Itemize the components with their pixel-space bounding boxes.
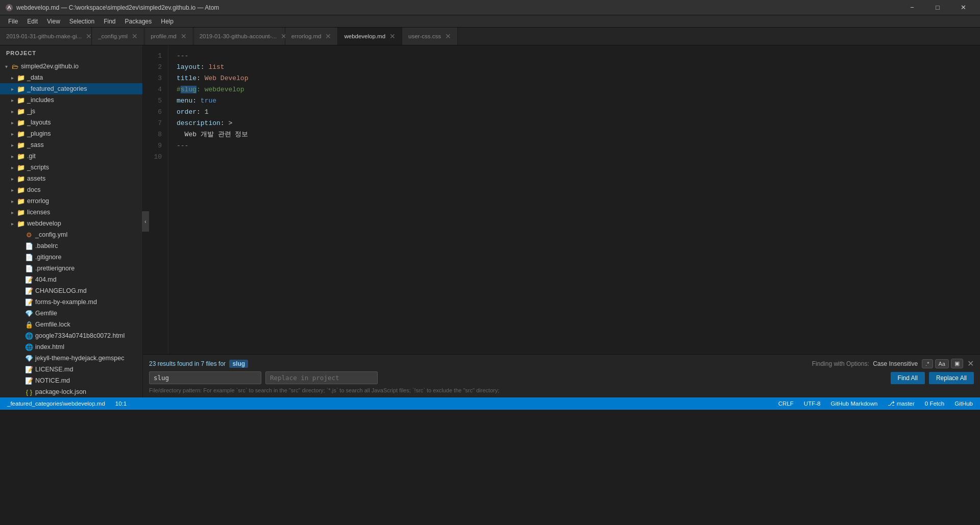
expand-scripts-icon: ▸ <box>8 165 16 170</box>
tab-close-1[interactable]: ✕ <box>132 33 138 40</box>
find-regex-button[interactable]: .* <box>922 359 933 368</box>
sidebar-item-featured[interactable]: ▸ 📁 _featured_categories <box>0 83 142 94</box>
sidebar-item-webdevelop[interactable]: ▸ 📁 webdevelop <box>0 218 142 229</box>
replace-input[interactable] <box>265 371 378 384</box>
find-all-button[interactable]: Find All <box>891 372 925 384</box>
expand-data-icon: ▸ <box>8 75 16 81</box>
title-text: webdevelop.md — C:\workspace\simpled2ev\… <box>16 4 219 11</box>
menu-help[interactable]: Help <box>157 17 178 26</box>
status-encoding[interactable]: CRLF <box>776 401 796 407</box>
tab-0[interactable]: 2019-01-31-github-make-gi... ✕ <box>0 28 92 45</box>
sidebar-item-jekyll-gemspec[interactable]: ▸ 💎 jekyll-theme-hydejack.gemspec <box>0 353 142 364</box>
status-git-branch[interactable]: ⎇ master <box>886 400 916 407</box>
status-position[interactable]: 10:1 <box>113 401 129 407</box>
sidebar-item-licenses[interactable]: ▸ 📁 licenses <box>0 207 142 218</box>
sidebar-tree[interactable]: ▾ 🗁 simpled2ev.github.io ▸ 📁 _data ▸ 📁 _… <box>0 61 142 397</box>
sidebar-item-data[interactable]: ▸ 📁 _data <box>0 72 142 83</box>
expand-docs-icon: ▸ <box>8 187 16 193</box>
sidebar: Project ▾ 🗁 simpled2ev.github.io ▸ 📁 _da… <box>0 45 143 397</box>
sidebar-item-sass[interactable]: ▸ 📁 _sass <box>0 139 142 151</box>
file-icon-babelrc: 📄 <box>24 242 34 250</box>
sidebar-item-license[interactable]: ▸ 📝 LICENSE.md <box>0 364 142 375</box>
sidebar-label-layouts: _layouts <box>27 119 51 126</box>
sidebar-item-notice[interactable]: ▸ 📝 NOTICE.md <box>0 375 142 386</box>
tab-close-2[interactable]: ✕ <box>181 33 187 40</box>
tab-close-4[interactable]: ✕ <box>325 33 331 40</box>
line-num-1: 1 <box>143 51 162 62</box>
menu-selection[interactable]: Selection <box>65 17 99 26</box>
code-content[interactable]: --- layout: list title: Web Develop #slu… <box>168 45 980 354</box>
sidebar-item-gitignore[interactable]: ▸ 📄 .gitignore <box>0 252 142 263</box>
sidebar-label-babelrc: .babelrc <box>35 242 58 249</box>
maximize-button[interactable]: □ <box>926 0 949 15</box>
menu-packages[interactable]: Packages <box>121 17 156 26</box>
sidebar-item-plugins[interactable]: ▸ 📁 _plugins <box>0 128 142 139</box>
sidebar-item-assets[interactable]: ▸ 📁 assets <box>0 173 142 184</box>
tab-close-0[interactable]: ✕ <box>86 33 92 40</box>
close-button[interactable]: ✕ <box>951 0 975 15</box>
find-options-label: Finding with Options: Case Insensitive <box>812 360 918 367</box>
tab-5[interactable]: webdevelop.md ✕ <box>338 28 402 45</box>
sidebar-item-forms[interactable]: ▸ 📝 forms-by-example.md <box>0 296 142 308</box>
sidebar-item-git[interactable]: ▸ 📁 .git <box>0 151 142 162</box>
code-line-5: menu: true <box>177 95 980 107</box>
status-fetch[interactable]: 0 Fetch <box>923 401 946 407</box>
expand-errorlog-icon: ▸ <box>8 198 16 204</box>
sidebar-item-babelrc[interactable]: ▸ 📄 .babelrc <box>0 240 142 252</box>
status-github[interactable]: GitHub <box>952 401 975 407</box>
expand-assets-icon: ▸ <box>8 176 16 182</box>
sidebar-root-item[interactable]: ▾ 🗁 simpled2ev.github.io <box>0 61 142 72</box>
editor-container: 1 2 3 4 5 6 7 8 9 10 --- layout: list ti… <box>143 45 980 354</box>
sidebar-item-docs[interactable]: ▸ 📁 docs <box>0 184 142 195</box>
tab-1[interactable]: _config.yml ✕ <box>92 28 144 45</box>
sidebar-item-prettierignore[interactable]: ▸ 📄 .prettierignore <box>0 263 142 274</box>
expand-layouts-icon: ▸ <box>8 120 16 126</box>
replace-all-button[interactable]: Replace All <box>929 372 974 384</box>
menu-find[interactable]: Find <box>100 17 119 26</box>
tab-close-6[interactable]: ✕ <box>445 33 451 40</box>
find-hint: File/directory pattern: For example `src… <box>149 387 974 393</box>
tab-4[interactable]: errorlog.md ✕ <box>285 28 338 45</box>
sidebar-item-index[interactable]: ▸ 🌐 index.html <box>0 341 142 353</box>
yml-icon-config: ⚙ <box>24 231 34 239</box>
html-icon-google: 🌐 <box>24 332 34 340</box>
sidebar-item-config-yml[interactable]: ▸ ⚙ _config.yml <box>0 229 142 240</box>
status-breadcrumb[interactable]: _featured_categories\webdevelop.md <box>5 401 107 407</box>
find-word-button[interactable]: ▣ <box>951 359 963 368</box>
file-icon-prettierignore: 📄 <box>24 265 34 272</box>
sidebar-item-layouts[interactable]: ▸ 📁 _layouts <box>0 117 142 128</box>
line-num-5: 5 <box>143 95 162 107</box>
sidebar-item-google[interactable]: ▸ 🌐 google7334a0741b8c0072.html <box>0 330 142 341</box>
tab-6[interactable]: user-css.css ✕ <box>402 28 458 45</box>
tab-3[interactable]: 2019-01-30-github-account-... ✕ <box>193 28 285 45</box>
sidebar-label-notice: NOTICE.md <box>35 377 70 384</box>
sidebar-item-gemfilelock[interactable]: ▸ 🔒 Gemfile.lock <box>0 319 142 330</box>
status-grammar[interactable]: GitHub Markdown <box>828 401 879 407</box>
sidebar-item-scripts[interactable]: ▸ 📁 _scripts <box>0 162 142 173</box>
sidebar-item-includes[interactable]: ▸ 📁 _includes <box>0 94 142 106</box>
menu-edit[interactable]: Edit <box>23 17 42 26</box>
find-case-button[interactable]: Aa <box>935 359 949 368</box>
sidebar-item-404md[interactable]: ▸ 📝 404.md <box>0 274 142 285</box>
sidebar-label-license: LICENSE.md <box>35 366 73 373</box>
minimize-button[interactable]: − <box>900 0 924 15</box>
status-charset[interactable]: UTF-8 <box>802 401 823 407</box>
tab-close-5[interactable]: ✕ <box>389 33 396 40</box>
sidebar-label-gemfilelock: Gemfile.lock <box>35 321 70 328</box>
sidebar-collapse-button[interactable]: ‹ <box>142 211 149 232</box>
find-action-buttons: Find All Replace All <box>891 372 974 384</box>
sidebar-item-gemfile[interactable]: ▸ 💎 Gemfile <box>0 308 142 319</box>
menu-view[interactable]: View <box>43 17 64 26</box>
folder-icon-js: 📁 <box>16 108 26 115</box>
folder-icon-assets: 📁 <box>16 175 26 183</box>
sidebar-item-changelog[interactable]: ▸ 📝 CHANGELOG.md <box>0 285 142 296</box>
expand-includes-icon: ▸ <box>8 97 16 103</box>
tab-2[interactable]: profile.md ✕ <box>144 28 193 45</box>
sidebar-item-package-lock[interactable]: ▸ { } package-lock.json <box>0 386 142 397</box>
sidebar-item-errorlog[interactable]: ▸ 📁 errorlog <box>0 195 142 207</box>
find-close-button[interactable]: ✕ <box>967 360 974 368</box>
sidebar-item-js[interactable]: ▸ 📁 _js <box>0 106 142 117</box>
line-numbers: 1 2 3 4 5 6 7 8 9 10 <box>143 45 168 354</box>
search-input[interactable] <box>149 371 261 384</box>
menu-file[interactable]: File <box>4 17 22 26</box>
